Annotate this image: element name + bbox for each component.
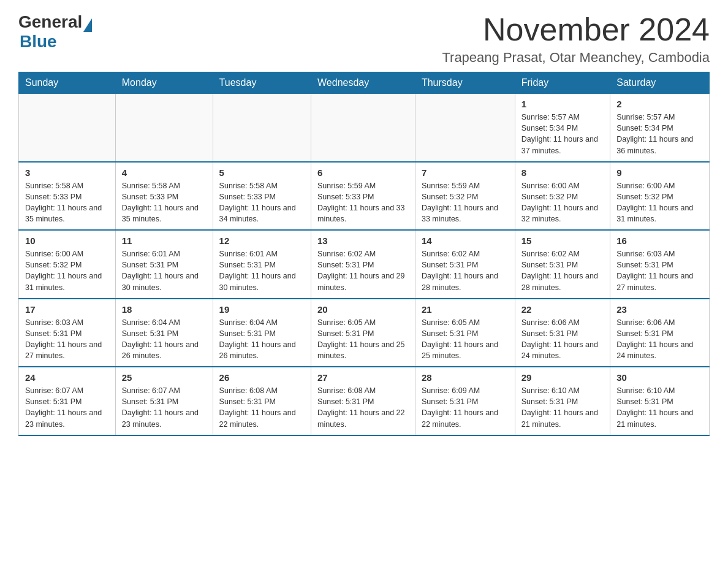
month-title: November 2024 xyxy=(442,12,710,47)
day-info: Sunrise: 6:02 AM Sunset: 5:31 PM Dayligh… xyxy=(521,248,604,293)
day-number: 30 xyxy=(616,372,703,383)
calendar-cell: 19Sunrise: 6:04 AM Sunset: 5:31 PM Dayli… xyxy=(213,299,311,367)
day-number: 13 xyxy=(317,236,409,246)
day-info: Sunrise: 6:03 AM Sunset: 5:31 PM Dayligh… xyxy=(25,317,109,362)
location-subtitle: Trapeang Prasat, Otar Meanchey, Cambodia xyxy=(442,50,710,66)
day-info: Sunrise: 6:02 AM Sunset: 5:31 PM Dayligh… xyxy=(317,248,409,293)
calendar-cell: 8Sunrise: 6:00 AM Sunset: 5:32 PM Daylig… xyxy=(515,162,610,231)
day-number: 28 xyxy=(422,372,509,383)
day-number: 4 xyxy=(122,167,207,178)
day-number: 17 xyxy=(25,304,109,315)
day-number: 7 xyxy=(422,167,509,178)
header-thursday: Thursday xyxy=(415,72,515,94)
calendar-cell: 3Sunrise: 5:58 AM Sunset: 5:33 PM Daylig… xyxy=(19,162,116,231)
calendar-cell: 9Sunrise: 6:00 AM Sunset: 5:32 PM Daylig… xyxy=(610,162,710,231)
day-info: Sunrise: 5:58 AM Sunset: 5:33 PM Dayligh… xyxy=(25,180,109,225)
day-number: 10 xyxy=(25,236,109,246)
day-number: 24 xyxy=(25,372,109,383)
day-info: Sunrise: 5:59 AM Sunset: 5:32 PM Dayligh… xyxy=(422,180,509,225)
logo: General Blue xyxy=(18,12,92,52)
day-info: Sunrise: 6:10 AM Sunset: 5:31 PM Dayligh… xyxy=(616,385,703,430)
day-number: 20 xyxy=(317,304,409,315)
calendar-cell: 23Sunrise: 6:06 AM Sunset: 5:31 PM Dayli… xyxy=(610,299,710,367)
header-monday: Monday xyxy=(115,72,213,94)
day-info: Sunrise: 6:00 AM Sunset: 5:32 PM Dayligh… xyxy=(521,180,604,225)
day-number: 1 xyxy=(521,99,604,109)
calendar-cell: 15Sunrise: 6:02 AM Sunset: 5:31 PM Dayli… xyxy=(515,230,610,299)
day-number: 8 xyxy=(521,167,604,178)
calendar-cell: 21Sunrise: 6:05 AM Sunset: 5:31 PM Dayli… xyxy=(415,299,515,367)
logo-blue-text: Blue xyxy=(20,32,57,52)
calendar-cell: 24Sunrise: 6:07 AM Sunset: 5:31 PM Dayli… xyxy=(19,367,116,435)
title-area: November 2024 Trapeang Prasat, Otar Mean… xyxy=(442,12,710,66)
calendar-week-row: 1Sunrise: 5:57 AM Sunset: 5:34 PM Daylig… xyxy=(19,94,710,162)
calendar-cell xyxy=(311,94,415,162)
day-info: Sunrise: 6:08 AM Sunset: 5:31 PM Dayligh… xyxy=(219,385,305,430)
day-number: 3 xyxy=(25,167,109,178)
calendar-cell: 27Sunrise: 6:08 AM Sunset: 5:31 PM Dayli… xyxy=(311,367,415,435)
day-info: Sunrise: 6:04 AM Sunset: 5:31 PM Dayligh… xyxy=(219,317,305,362)
calendar-cell xyxy=(415,94,515,162)
calendar-cell: 18Sunrise: 6:04 AM Sunset: 5:31 PM Dayli… xyxy=(115,299,213,367)
calendar-cell: 25Sunrise: 6:07 AM Sunset: 5:31 PM Dayli… xyxy=(115,367,213,435)
header-tuesday: Tuesday xyxy=(213,72,311,94)
day-info: Sunrise: 5:57 AM Sunset: 5:34 PM Dayligh… xyxy=(521,112,604,156)
day-info: Sunrise: 6:00 AM Sunset: 5:32 PM Dayligh… xyxy=(25,248,109,293)
calendar-cell: 2Sunrise: 5:57 AM Sunset: 5:34 PM Daylig… xyxy=(610,94,710,162)
day-number: 27 xyxy=(317,372,409,383)
day-number: 22 xyxy=(521,304,604,315)
calendar-cell: 28Sunrise: 6:09 AM Sunset: 5:31 PM Dayli… xyxy=(415,367,515,435)
calendar-cell: 5Sunrise: 5:58 AM Sunset: 5:33 PM Daylig… xyxy=(213,162,311,231)
calendar-cell: 20Sunrise: 6:05 AM Sunset: 5:31 PM Dayli… xyxy=(311,299,415,367)
day-info: Sunrise: 6:08 AM Sunset: 5:31 PM Dayligh… xyxy=(317,385,409,430)
calendar-cell: 22Sunrise: 6:06 AM Sunset: 5:31 PM Dayli… xyxy=(515,299,610,367)
day-info: Sunrise: 6:09 AM Sunset: 5:31 PM Dayligh… xyxy=(422,385,509,430)
day-number: 19 xyxy=(219,304,305,315)
day-number: 16 xyxy=(616,236,703,246)
day-info: Sunrise: 6:07 AM Sunset: 5:31 PM Dayligh… xyxy=(122,385,207,430)
day-number: 15 xyxy=(521,236,604,246)
calendar-cell: 10Sunrise: 6:00 AM Sunset: 5:32 PM Dayli… xyxy=(19,230,116,299)
calendar-cell: 7Sunrise: 5:59 AM Sunset: 5:32 PM Daylig… xyxy=(415,162,515,231)
day-info: Sunrise: 6:01 AM Sunset: 5:31 PM Dayligh… xyxy=(219,248,305,293)
day-info: Sunrise: 5:59 AM Sunset: 5:33 PM Dayligh… xyxy=(317,180,409,225)
day-number: 18 xyxy=(122,304,207,315)
calendar-cell xyxy=(19,94,116,162)
day-info: Sunrise: 6:00 AM Sunset: 5:32 PM Dayligh… xyxy=(616,180,703,225)
calendar-cell: 29Sunrise: 6:10 AM Sunset: 5:31 PM Dayli… xyxy=(515,367,610,435)
calendar-cell: 14Sunrise: 6:02 AM Sunset: 5:31 PM Dayli… xyxy=(415,230,515,299)
day-number: 9 xyxy=(616,167,703,178)
calendar-cell: 1Sunrise: 5:57 AM Sunset: 5:34 PM Daylig… xyxy=(515,94,610,162)
calendar-week-row: 3Sunrise: 5:58 AM Sunset: 5:33 PM Daylig… xyxy=(19,162,710,231)
calendar-cell: 6Sunrise: 5:59 AM Sunset: 5:33 PM Daylig… xyxy=(311,162,415,231)
day-number: 2 xyxy=(616,99,703,109)
header-wednesday: Wednesday xyxy=(311,72,415,94)
header-friday: Friday xyxy=(515,72,610,94)
day-info: Sunrise: 5:58 AM Sunset: 5:33 PM Dayligh… xyxy=(122,180,207,225)
calendar-cell xyxy=(213,94,311,162)
logo-general-text: General xyxy=(18,12,82,32)
day-number: 11 xyxy=(122,236,207,246)
header-saturday: Saturday xyxy=(610,72,710,94)
day-info: Sunrise: 6:07 AM Sunset: 5:31 PM Dayligh… xyxy=(25,385,109,430)
day-number: 21 xyxy=(422,304,509,315)
calendar-week-row: 17Sunrise: 6:03 AM Sunset: 5:31 PM Dayli… xyxy=(19,299,710,367)
day-number: 5 xyxy=(219,167,305,178)
calendar-cell: 12Sunrise: 6:01 AM Sunset: 5:31 PM Dayli… xyxy=(213,230,311,299)
day-info: Sunrise: 5:57 AM Sunset: 5:34 PM Dayligh… xyxy=(616,112,703,156)
day-info: Sunrise: 5:58 AM Sunset: 5:33 PM Dayligh… xyxy=(219,180,305,225)
day-number: 14 xyxy=(422,236,509,246)
day-info: Sunrise: 6:03 AM Sunset: 5:31 PM Dayligh… xyxy=(616,248,703,293)
day-info: Sunrise: 6:06 AM Sunset: 5:31 PM Dayligh… xyxy=(616,317,703,362)
calendar-cell: 16Sunrise: 6:03 AM Sunset: 5:31 PM Dayli… xyxy=(610,230,710,299)
day-number: 26 xyxy=(219,372,305,383)
day-info: Sunrise: 6:01 AM Sunset: 5:31 PM Dayligh… xyxy=(122,248,207,293)
calendar-cell: 30Sunrise: 6:10 AM Sunset: 5:31 PM Dayli… xyxy=(610,367,710,435)
day-number: 12 xyxy=(219,236,305,246)
day-number: 23 xyxy=(616,304,703,315)
header: General Blue November 2024 Trapeang Pras… xyxy=(18,12,710,66)
calendar-cell: 4Sunrise: 5:58 AM Sunset: 5:33 PM Daylig… xyxy=(115,162,213,231)
day-info: Sunrise: 6:02 AM Sunset: 5:31 PM Dayligh… xyxy=(422,248,509,293)
day-info: Sunrise: 6:06 AM Sunset: 5:31 PM Dayligh… xyxy=(521,317,604,362)
day-info: Sunrise: 6:04 AM Sunset: 5:31 PM Dayligh… xyxy=(122,317,207,362)
